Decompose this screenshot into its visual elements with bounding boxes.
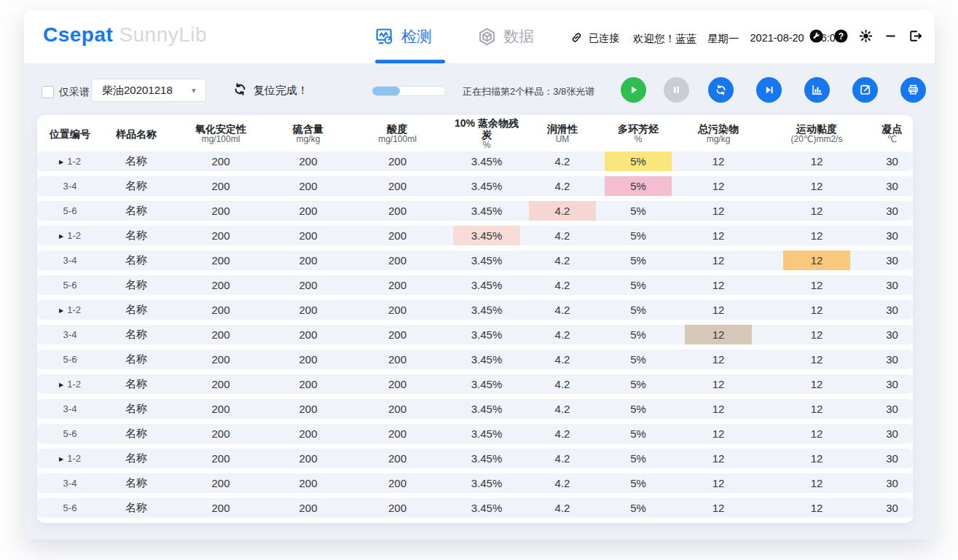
value-cell: 12 — [762, 251, 871, 270]
reset-refresh-icon[interactable] — [232, 82, 248, 100]
table-row[interactable]: ▶1-2名称2002002003.45%4.25%121230 — [37, 151, 913, 171]
value-cell: 4.2 — [523, 477, 602, 489]
position-cell: 5-6 — [37, 205, 103, 216]
value-cell: 5% — [602, 452, 675, 465]
table-row[interactable]: 3-4名称2002002003.45%4.25%121230 — [37, 325, 913, 344]
value-cell: 3.45% — [450, 353, 523, 366]
value-cell: 12 — [762, 502, 871, 514]
expand-arrow-icon[interactable]: ▶ — [59, 456, 63, 462]
expand-arrow-icon[interactable]: ▶ — [59, 307, 63, 314]
value-cell: 5% — [602, 254, 675, 267]
table-row[interactable]: ▶1-2名称2002002003.45%4.25%121230 — [37, 300, 913, 320]
value-cell: 200 — [272, 452, 345, 465]
chart-button[interactable] — [804, 77, 830, 103]
bar-chart-icon — [810, 83, 824, 97]
value-cell: 5% — [602, 304, 675, 316]
export-icon — [858, 83, 872, 97]
table-row[interactable]: 3-4名称2002002003.45%4.25%121230 — [37, 473, 913, 493]
highlighted-value: 5% — [605, 176, 672, 196]
value-cell: 12 — [675, 378, 762, 390]
scan-progress-bar — [372, 86, 446, 96]
value-cell: 200 — [170, 180, 272, 192]
value-cell: 5% — [602, 477, 675, 489]
value-cell: 3.45% — [450, 328, 523, 341]
value-cell: 30 — [871, 353, 913, 366]
sample-dropdown[interactable]: 柴油20201218 ▼ — [91, 79, 206, 102]
table-row[interactable]: 5-6名称2002002003.45%4.25%121230 — [37, 201, 913, 221]
settings-gear-icon[interactable] — [858, 28, 873, 44]
table-row[interactable]: 5-6名称2002002003.45%4.25%121230 — [37, 350, 913, 369]
export-button[interactable] — [852, 77, 878, 103]
table-row[interactable]: ▶1-2名称2002002003.45%4.25%121230 — [37, 226, 913, 245]
value-cell: 200 — [345, 229, 450, 242]
value-cell: 200 — [345, 477, 450, 489]
table-row[interactable]: ▶1-2名称2002002003.45%4.25%121230 — [37, 374, 913, 394]
value-cell: 200 — [170, 279, 272, 291]
value-cell: 5% — [602, 205, 675, 217]
skip-next-button[interactable] — [756, 77, 782, 103]
acquire-only-checkbox[interactable] — [42, 86, 54, 98]
value-cell: 12 — [762, 427, 871, 440]
value-cell: 200 — [345, 452, 450, 465]
value-cell: 12 — [762, 452, 871, 465]
position-cell: ▶1-2 — [37, 304, 103, 315]
expand-arrow-icon[interactable]: ▶ — [59, 382, 63, 388]
table-row[interactable]: 5-6名称2002002003.45%4.25%121230 — [37, 424, 913, 443]
value-cell: 4.2 — [523, 403, 602, 415]
value-cell: 200 — [272, 180, 345, 192]
connection-label: 已连接 — [589, 32, 619, 45]
value-cell: 200 — [272, 378, 345, 390]
table-row[interactable]: 5-6名称2002002003.45%4.25%121230 — [37, 498, 913, 518]
table-row[interactable]: 3-4名称2002002003.45%4.25%121230 — [37, 399, 913, 419]
welcome-text: 欢迎您！蓝蓝 — [633, 32, 696, 46]
value-cell: 200 — [345, 427, 450, 440]
results-table-body: ▶1-2名称2002002003.45%4.25%1212303-4名称2002… — [37, 151, 913, 518]
position-cell: 3-4 — [37, 329, 103, 340]
value-cell: 200 — [345, 180, 450, 192]
position-cell: 3-4 — [37, 255, 103, 266]
print-button[interactable] — [900, 77, 926, 103]
value-cell: 12 — [762, 155, 871, 167]
tab-data[interactable]: 数据 — [477, 26, 534, 47]
value-cell: 12 — [675, 427, 762, 440]
help-circle-icon[interactable]: ? — [833, 28, 849, 44]
value-cell: 5% — [602, 502, 675, 514]
reset-status-text: 复位完成！ — [254, 84, 308, 98]
value-cell: 30 — [871, 452, 913, 465]
table-row[interactable]: 5-6名称2002002003.45%4.25%121230 — [37, 275, 913, 295]
value-cell: 12 — [762, 378, 871, 390]
table-row[interactable]: ▶1-2名称2002002003.45%4.25%121230 — [37, 449, 913, 468]
value-cell: 12 — [762, 477, 871, 489]
sync-button[interactable] — [708, 77, 734, 103]
play-icon — [627, 83, 640, 97]
expand-arrow-icon[interactable]: ▶ — [59, 159, 63, 165]
sync-icon — [714, 83, 728, 97]
table-row[interactable]: 3-4名称2002002003.45%4.25%121230 — [37, 251, 913, 270]
expand-arrow-icon[interactable]: ▶ — [59, 233, 63, 240]
wrench-circle-icon[interactable] — [809, 28, 824, 44]
app-logo: CsepatSunnyLib — [43, 23, 207, 47]
start-button[interactable] — [621, 77, 646, 103]
value-cell: 200 — [272, 502, 345, 514]
minimize-icon[interactable] — [883, 28, 898, 44]
results-table: 位置编号样品名称氧化安定性mg/100ml硫含量mg/kg酸度mg/100ml1… — [37, 115, 913, 523]
tab-detect[interactable]: 检测 — [375, 26, 432, 47]
table-row[interactable]: 3-4名称2002002003.45%4.25%121230 — [37, 176, 913, 196]
value-cell: 200 — [272, 254, 345, 267]
sample-name-cell: 名称 — [103, 352, 170, 366]
value-cell: 30 — [871, 477, 913, 489]
sample-name-cell: 名称 — [103, 303, 170, 317]
value-cell: 3.45% — [450, 205, 523, 217]
value-cell: 4.2 — [523, 427, 602, 440]
value-cell: 200 — [345, 502, 450, 514]
position-cell: ▶1-2 — [37, 379, 103, 390]
value-cell: 200 — [345, 378, 450, 390]
highlighted-value: 4.2 — [529, 201, 596, 221]
value-cell: 3.45% — [450, 304, 523, 316]
value-cell: 200 — [345, 155, 450, 167]
value-cell: 12 — [675, 229, 762, 242]
column-header: 氧化安定性mg/100ml — [170, 123, 272, 145]
logout-icon[interactable] — [908, 28, 923, 44]
pause-button[interactable] — [664, 77, 689, 103]
position-cell: 3-4 — [37, 403, 103, 414]
